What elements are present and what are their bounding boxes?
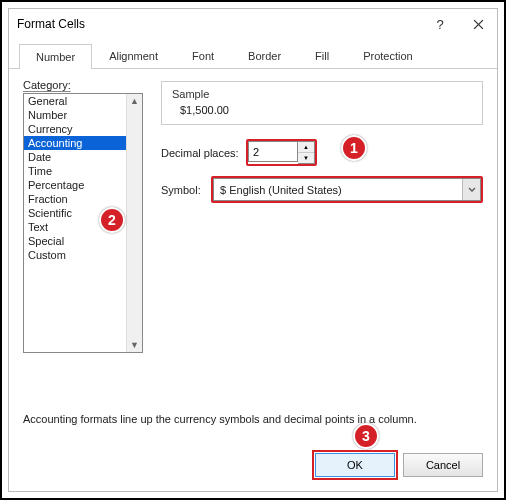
sample-label: Sample bbox=[172, 88, 472, 100]
symbol-row: Symbol: $ English (United States) bbox=[161, 176, 483, 203]
chevron-down-icon[interactable] bbox=[462, 179, 480, 200]
sample-box: Sample $1,500.00 bbox=[161, 81, 483, 125]
symbol-select[interactable]: $ English (United States) bbox=[213, 178, 481, 201]
list-item[interactable]: Percentage bbox=[24, 178, 126, 192]
list-item[interactable]: Accounting bbox=[24, 136, 126, 150]
close-button[interactable] bbox=[459, 9, 497, 39]
ok-button[interactable]: OK bbox=[315, 453, 395, 477]
list-item[interactable]: Number bbox=[24, 108, 126, 122]
decimal-places-input[interactable] bbox=[248, 141, 298, 162]
chevron-up-icon[interactable]: ▲ bbox=[130, 94, 139, 108]
list-item[interactable]: Special bbox=[24, 234, 126, 248]
dialog-buttons: OK Cancel bbox=[315, 453, 483, 477]
titlebar: Format Cells ? bbox=[9, 9, 497, 39]
number-panel: Category: GeneralNumberCurrencyAccountin… bbox=[9, 69, 497, 491]
list-item[interactable]: Text bbox=[24, 220, 126, 234]
help-button[interactable]: ? bbox=[421, 9, 459, 39]
list-item[interactable]: Custom bbox=[24, 248, 126, 262]
format-cells-dialog: Format Cells ? Number Alignment Font Bor… bbox=[8, 8, 498, 492]
list-item[interactable]: Scientific bbox=[24, 206, 126, 220]
tab-fill[interactable]: Fill bbox=[298, 43, 346, 68]
list-item[interactable]: Fraction bbox=[24, 192, 126, 206]
chevron-down-icon[interactable]: ▼ bbox=[130, 338, 139, 352]
spinner-down-button[interactable]: ▼ bbox=[298, 153, 314, 164]
symbol-label: Symbol: bbox=[161, 184, 211, 196]
tab-number[interactable]: Number bbox=[19, 44, 92, 69]
decimal-places-label: Decimal places: bbox=[161, 147, 246, 159]
annotation-3: 3 bbox=[353, 423, 379, 449]
tab-font[interactable]: Font bbox=[175, 43, 231, 68]
category-label: Category: bbox=[23, 79, 143, 91]
list-item[interactable]: Time bbox=[24, 164, 126, 178]
list-item[interactable]: General bbox=[24, 94, 126, 108]
spinner-up-button[interactable]: ▲ bbox=[298, 142, 314, 153]
list-item[interactable]: Date bbox=[24, 150, 126, 164]
decimal-places-row: Decimal places: ▲ ▼ 1 bbox=[161, 139, 483, 166]
right-column: Sample $1,500.00 Decimal places: ▲ ▼ 1 bbox=[143, 79, 483, 353]
sample-value: $1,500.00 bbox=[172, 100, 472, 116]
tab-border[interactable]: Border bbox=[231, 43, 298, 68]
window-title: Format Cells bbox=[17, 17, 85, 31]
format-hint: Accounting formats line up the currency … bbox=[23, 413, 417, 425]
tab-strip: Number Alignment Font Border Fill Protec… bbox=[9, 39, 497, 69]
category-column: Category: GeneralNumberCurrencyAccountin… bbox=[23, 79, 143, 353]
cancel-button[interactable]: Cancel bbox=[403, 453, 483, 477]
symbol-value: $ English (United States) bbox=[220, 184, 342, 196]
scrollbar[interactable]: ▲ ▼ bbox=[126, 94, 142, 352]
tab-protection[interactable]: Protection bbox=[346, 43, 430, 68]
decimal-places-spinner: ▲ ▼ bbox=[246, 139, 317, 166]
tab-alignment[interactable]: Alignment bbox=[92, 43, 175, 68]
category-listbox[interactable]: GeneralNumberCurrencyAccountingDateTimeP… bbox=[23, 93, 143, 353]
annotation-1: 1 bbox=[341, 135, 367, 161]
list-item[interactable]: Currency bbox=[24, 122, 126, 136]
